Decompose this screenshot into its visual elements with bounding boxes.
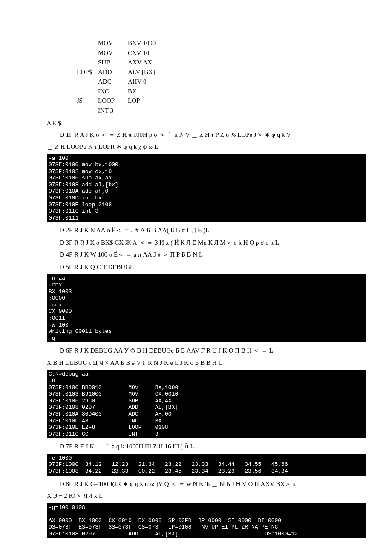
asm-line: SUBAXV AX [77, 58, 366, 67]
body-text: D 5F R J K Q С Т DEBUGL [47, 262, 366, 272]
assembly-listing: MOVBXV 1000 MOVCXV 10 SUBAXV AX LOP$ADDA… [77, 38, 366, 115]
asm-line: INCBX [77, 87, 366, 96]
terminal-output: -e 1000 073F:1000 34.12 12.23 21.34 23.2… [47, 454, 366, 476]
asm-line: MOVBXV 1000 [77, 38, 366, 48]
terminal-output: -a 100 073F:0100 mov bx,1000 073F:0103 m… [47, 154, 366, 223]
body-text: D 7F R E J K ＿ ｀ а q k 1000H Ш Z H 16 Ш … [47, 442, 366, 451]
body-text: ＿ Z H LOOPu K τ LOPR ∗ φ q k χ ψ ω L [47, 142, 366, 152]
terminal-output: -g=100 0108 AX=0000 BX=1000 CX=0010 DX=0… [47, 503, 366, 538]
asm-line: J$LOOPLOP [77, 96, 366, 106]
body-text: D 8F R J K G=100 J(JR ∗ φ q k ψ ω )V Q ＜… [47, 479, 366, 489]
body-text: D 3F R R J K о BX$ CX Ж А ＜ ＝ З И х ( Й … [47, 238, 366, 248]
asm-line: MOVCXV 10 [77, 48, 366, 58]
asm-line: INT 3 [77, 106, 366, 116]
body-text: D 2F R J K N AA о Ё＜ ＝ J # А Б В AA( Б В… [47, 225, 366, 235]
body-text: D 1F R A J K о ＜ ＝ Z H π 100H ρ σ ＞ ｀ а … [47, 130, 366, 140]
terminal-output: -n aa -rbx BX 1003 :0000 -rcx CX 0000 :0… [47, 274, 366, 342]
body-text: D 4F R J K W 100 о Ё＜ ＝ а π AA J # ＞ П Р… [47, 250, 366, 260]
asm-line: LOP$ADDALV [BX] [77, 67, 366, 77]
body-text: Х В Н DEBUG τ Ц Ч × AA Б В # V Г R N J K… [47, 358, 366, 368]
body-text: Х Э ÷ 2 Ю＞ Я 4 х L [47, 491, 366, 501]
section-heading: Δ Ε $ [47, 119, 366, 128]
terminal-output: C:\>debug aa -u 073F:0100 BB0010 MOV BX,… [47, 370, 366, 438]
asm-line: ADCAHV 0 [77, 77, 366, 87]
body-text: D 6F R J K DEBUG AA У Ф В Н DEBUGе Б В A… [47, 346, 366, 356]
